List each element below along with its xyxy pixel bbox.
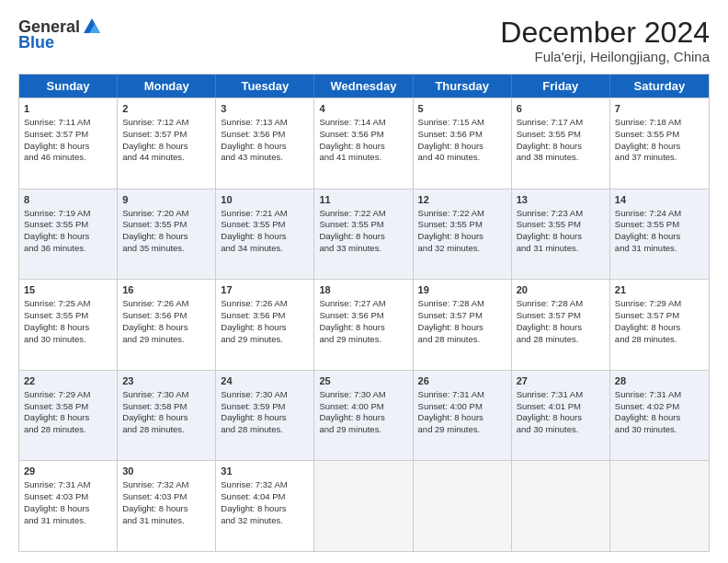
sunset-label: Sunset: 3:57 PM [122,129,187,139]
calendar-cell-14: 14Sunrise: 7:24 AMSunset: 3:55 PMDayligh… [610,190,709,280]
day-number: 24 [221,374,309,388]
daylight-label: Daylight: 8 hoursand 32 minutes. [221,503,286,525]
daylight-label: Daylight: 8 hoursand 30 minutes. [517,412,582,434]
sunset-label: Sunset: 4:00 PM [418,401,483,411]
calendar-cell-2: 2Sunrise: 7:12 AMSunset: 3:57 PMDaylight… [118,98,216,189]
sunrise-label: Sunrise: 7:20 AM [122,208,188,218]
day-number: 19 [418,283,506,297]
day-number: 15 [24,283,112,297]
calendar-cell-3: 3Sunrise: 7:13 AMSunset: 3:56 PMDaylight… [216,98,314,189]
calendar-cell-12: 12Sunrise: 7:22 AMSunset: 3:55 PMDayligh… [414,190,512,280]
subtitle: Fula'erji, Heilongjiang, China [500,49,710,64]
day-number: 29 [24,465,112,478]
day-number: 23 [122,374,210,388]
calendar-cell-24: 24Sunrise: 7:30 AMSunset: 3:59 PMDayligh… [216,371,314,461]
sunset-label: Sunset: 3:55 PM [517,129,581,139]
calendar-cell-18: 18Sunrise: 7:27 AMSunset: 3:56 PMDayligh… [314,280,413,370]
header-saturday: Saturday [610,75,709,98]
sunset-label: Sunset: 3:57 PM [24,129,88,139]
logo: General Blue [18,17,102,52]
daylight-label: Daylight: 8 hoursand 36 minutes. [24,231,89,253]
sunrise-label: Sunrise: 7:23 AM [517,208,583,218]
daylight-label: Daylight: 8 hoursand 28 minutes. [221,412,286,434]
sunrise-label: Sunrise: 7:22 AM [319,208,385,218]
calendar-body: 1Sunrise: 7:11 AMSunset: 3:57 PMDaylight… [19,98,709,551]
daylight-label: Daylight: 8 hoursand 28 minutes. [517,322,582,344]
sunset-label: Sunset: 3:56 PM [221,310,285,320]
sunrise-label: Sunrise: 7:31 AM [615,389,681,399]
day-number: 20 [517,283,605,297]
daylight-label: Daylight: 8 hoursand 41 minutes. [319,141,384,163]
day-number: 7 [615,102,704,116]
calendar-cell-11: 11Sunrise: 7:22 AMSunset: 3:55 PMDayligh… [314,190,413,280]
header-tuesday: Tuesday [216,75,314,98]
sunrise-label: Sunrise: 7:30 AM [221,389,287,399]
day-number: 8 [24,193,112,207]
sunset-label: Sunset: 3:56 PM [418,129,483,139]
calendar-cell-30: 30Sunrise: 7:32 AMSunset: 4:03 PMDayligh… [118,461,216,551]
sunset-label: Sunset: 4:03 PM [122,491,187,501]
daylight-label: Daylight: 8 hoursand 44 minutes. [122,141,188,163]
sunrise-label: Sunrise: 7:29 AM [615,298,681,308]
daylight-label: Daylight: 8 hoursand 33 minutes. [319,231,384,253]
day-number: 3 [221,102,309,116]
day-number: 9 [122,193,210,207]
day-number: 27 [517,374,605,388]
header-thursday: Thursday [414,75,512,98]
daylight-label: Daylight: 8 hoursand 35 minutes. [122,231,188,253]
sunrise-label: Sunrise: 7:26 AM [122,298,188,308]
sunset-label: Sunset: 3:58 PM [122,401,187,411]
empty-cell [414,461,512,551]
sunset-label: Sunset: 3:56 PM [221,129,285,139]
daylight-label: Daylight: 8 hoursand 32 minutes. [418,231,483,253]
calendar-cell-5: 5Sunrise: 7:15 AMSunset: 3:56 PMDaylight… [414,98,512,189]
sunset-label: Sunset: 3:55 PM [24,219,88,229]
daylight-label: Daylight: 8 hoursand 31 minutes. [517,231,582,253]
sunset-label: Sunset: 3:57 PM [615,310,679,320]
daylight-label: Daylight: 8 hoursand 43 minutes. [221,141,286,163]
sunrise-label: Sunrise: 7:29 AM [24,389,90,399]
daylight-label: Daylight: 8 hoursand 29 minutes. [319,412,384,434]
daylight-label: Daylight: 8 hoursand 31 minutes. [24,503,89,525]
daylight-label: Daylight: 8 hoursand 30 minutes. [615,412,680,434]
day-number: 31 [221,465,309,478]
sunrise-label: Sunrise: 7:26 AM [221,298,287,308]
day-number: 18 [319,283,407,297]
day-number: 4 [319,102,407,116]
sunset-label: Sunset: 4:01 PM [517,401,581,411]
sunrise-label: Sunrise: 7:25 AM [24,298,90,308]
calendar-cell-20: 20Sunrise: 7:28 AMSunset: 3:57 PMDayligh… [512,280,610,370]
day-number: 30 [122,465,210,478]
calendar-header: Sunday Monday Tuesday Wednesday Thursday… [19,75,709,98]
sunrise-label: Sunrise: 7:31 AM [24,479,90,489]
empty-cell [314,461,413,551]
daylight-label: Daylight: 8 hoursand 29 minutes. [418,412,483,434]
sunset-label: Sunset: 3:55 PM [122,219,187,229]
calendar-cell-21: 21Sunrise: 7:29 AMSunset: 3:57 PMDayligh… [610,280,709,370]
day-number: 12 [418,193,506,207]
sunrise-label: Sunrise: 7:30 AM [319,389,385,399]
sunset-label: Sunset: 3:55 PM [221,219,285,229]
header-sunday: Sunday [19,75,118,98]
calendar-cell-16: 16Sunrise: 7:26 AMSunset: 3:56 PMDayligh… [118,280,216,370]
calendar: Sunday Monday Tuesday Wednesday Thursday… [18,74,710,552]
daylight-label: Daylight: 8 hoursand 34 minutes. [221,231,286,253]
sunrise-label: Sunrise: 7:11 AM [24,117,90,127]
sunset-label: Sunset: 3:55 PM [24,310,88,320]
month-title: December 2024 [500,17,710,49]
page: General Blue December 2024 Fula'erji, He… [0,0,728,563]
daylight-label: Daylight: 8 hoursand 31 minutes. [615,231,680,253]
calendar-cell-10: 10Sunrise: 7:21 AMSunset: 3:55 PMDayligh… [216,190,314,280]
day-number: 25 [319,374,407,388]
day-number: 26 [418,374,506,388]
day-number: 17 [221,283,309,297]
sunrise-label: Sunrise: 7:13 AM [221,117,287,127]
calendar-cell-9: 9Sunrise: 7:20 AMSunset: 3:55 PMDaylight… [118,190,216,280]
sunset-label: Sunset: 3:56 PM [319,129,383,139]
sunrise-label: Sunrise: 7:21 AM [221,208,287,218]
logo-blue: Blue [18,33,54,52]
day-number: 11 [319,193,407,207]
calendar-cell-26: 26Sunrise: 7:31 AMSunset: 4:00 PMDayligh… [414,371,512,461]
sunrise-label: Sunrise: 7:28 AM [517,298,583,308]
sunrise-label: Sunrise: 7:27 AM [319,298,385,308]
